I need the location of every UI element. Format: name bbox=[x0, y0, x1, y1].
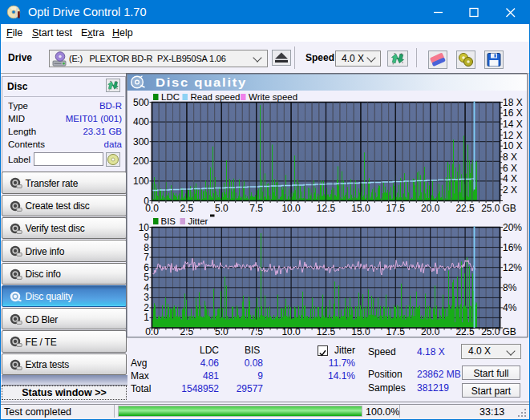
svg-text:Jitter: Jitter bbox=[188, 216, 208, 226]
svg-text:0.0: 0.0 bbox=[145, 326, 159, 337]
svg-text:12.5: 12.5 bbox=[317, 326, 336, 337]
svg-text:10.0: 10.0 bbox=[281, 326, 301, 337]
svg-text:15.0: 15.0 bbox=[351, 326, 370, 337]
svg-text:10 X: 10 X bbox=[503, 140, 523, 151]
svg-text:12 X: 12 X bbox=[503, 130, 523, 141]
svg-text:10: 10 bbox=[139, 222, 150, 233]
svg-text:300: 300 bbox=[133, 136, 149, 147]
svg-text:22.5: 22.5 bbox=[455, 326, 475, 337]
svg-text:4%: 4% bbox=[503, 302, 517, 313]
svg-text:200: 200 bbox=[133, 155, 149, 167]
svg-text:4 X: 4 X bbox=[503, 173, 517, 184]
svg-text:8: 8 bbox=[144, 242, 149, 253]
svg-text:20.0: 20.0 bbox=[421, 326, 440, 337]
svg-text:LDC: LDC bbox=[161, 92, 180, 102]
svg-text:Write speed: Write speed bbox=[249, 92, 297, 102]
svg-text:2 X: 2 X bbox=[503, 184, 517, 196]
svg-text:4: 4 bbox=[144, 282, 149, 293]
svg-text:10.0: 10.0 bbox=[281, 203, 301, 214]
svg-text:5.0: 5.0 bbox=[215, 326, 229, 337]
svg-text:9: 9 bbox=[144, 232, 149, 243]
svg-text:GB: GB bbox=[503, 326, 516, 337]
svg-text:Read speed: Read speed bbox=[191, 92, 241, 102]
svg-text:15.0: 15.0 bbox=[351, 203, 370, 214]
svg-text:500: 500 bbox=[133, 97, 149, 108]
svg-text:BIS: BIS bbox=[161, 216, 176, 226]
svg-text:17.5: 17.5 bbox=[386, 326, 406, 337]
svg-text:2.5: 2.5 bbox=[180, 203, 194, 214]
svg-text:16%: 16% bbox=[503, 242, 522, 253]
svg-text:25.0: 25.0 bbox=[481, 326, 500, 337]
svg-text:6 X: 6 X bbox=[503, 163, 517, 174]
svg-text:7: 7 bbox=[144, 252, 149, 263]
svg-text:12.5: 12.5 bbox=[317, 203, 336, 214]
svg-text:20.0: 20.0 bbox=[421, 203, 440, 214]
svg-text:7.5: 7.5 bbox=[249, 203, 263, 214]
svg-text:2.5: 2.5 bbox=[180, 326, 194, 337]
svg-text:20%: 20% bbox=[503, 222, 522, 233]
svg-text:400: 400 bbox=[133, 116, 149, 127]
svg-text:Disc quality: Disc quality bbox=[156, 75, 247, 89]
svg-text:1: 1 bbox=[144, 312, 149, 323]
svg-text:25.0: 25.0 bbox=[481, 203, 500, 214]
svg-text:5: 5 bbox=[144, 272, 149, 283]
svg-text:6: 6 bbox=[144, 262, 149, 273]
svg-text:22.5: 22.5 bbox=[455, 203, 475, 214]
svg-text:2: 2 bbox=[144, 302, 149, 313]
svg-text:12%: 12% bbox=[503, 262, 522, 273]
svg-text:18 X: 18 X bbox=[503, 97, 523, 108]
svg-text:14 X: 14 X bbox=[503, 119, 523, 130]
svg-text:7.5: 7.5 bbox=[249, 326, 263, 337]
svg-text:5.0: 5.0 bbox=[215, 203, 229, 214]
svg-text:8%: 8% bbox=[503, 282, 517, 293]
svg-text:8 X: 8 X bbox=[503, 151, 517, 163]
svg-text:100: 100 bbox=[133, 176, 149, 187]
svg-text:0.0: 0.0 bbox=[145, 203, 159, 214]
svg-text:16 X: 16 X bbox=[503, 107, 523, 119]
svg-text:17.5: 17.5 bbox=[386, 203, 406, 214]
svg-text:3: 3 bbox=[144, 292, 149, 303]
svg-text:GB: GB bbox=[503, 203, 516, 214]
